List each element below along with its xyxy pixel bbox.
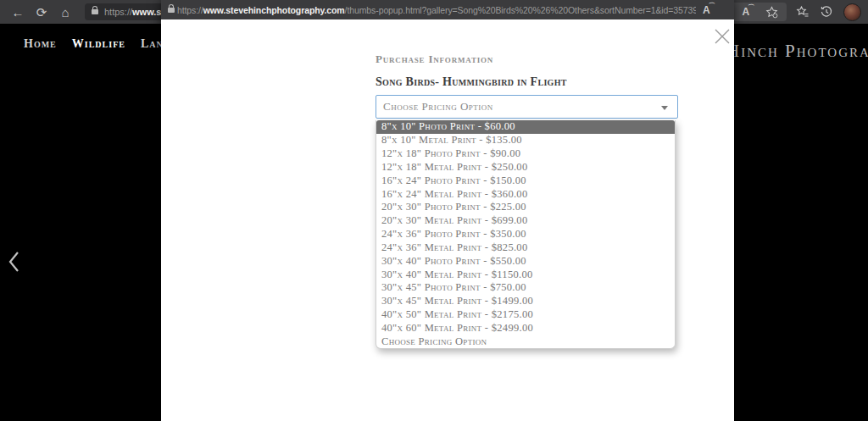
purchase-information-heading: Purchase Information [376, 53, 493, 66]
pricing-option[interactable]: 20"x 30" Photo Print - $225.00 [376, 201, 675, 214]
lock-icon [168, 8, 175, 13]
pricing-option-list: 8"x 10" Photo Print - $60.008"x 10" Meta… [376, 120, 676, 349]
screen: ← ⟳ ⌂ https://www.s A⌒ Home Wildlife [0, 0, 868, 421]
toolbar-right [796, 0, 866, 24]
popup-window: https://www.stevehinchphotography.com/th… [161, 0, 734, 421]
popup-url-scheme: https:// [177, 5, 203, 15]
home-icon[interactable]: ⌂ [54, 0, 76, 24]
address-bar-tail: A⌒ [734, 3, 787, 21]
pricing-option[interactable]: 40"x 60" Metal Print - $2499.00 [376, 321, 675, 335]
pricing-option[interactable]: 30"x 40" Photo Print - $550.00 [376, 254, 675, 268]
read-aloud-icon[interactable]: A⌒ [743, 6, 750, 18]
popup-address-bar[interactable]: https://www.stevehinchphotography.com/th… [161, 0, 734, 19]
nav-item-home[interactable]: Home [24, 37, 57, 51]
main-url: https://www.s [104, 7, 161, 17]
pricing-option[interactable]: 12"x 18" Photo Print - $90.00 [376, 147, 675, 161]
nav-item-wildlife[interactable]: Wildlife [72, 37, 125, 51]
pricing-option[interactable]: 30"x 45" Photo Print - $750.00 [376, 281, 675, 295]
profile-avatar[interactable] [843, 3, 861, 21]
product-title: Song Birds- Hummingbird in Flight [376, 75, 567, 89]
pricing-option[interactable]: 16"x 24" Metal Print - $360.00 [376, 187, 675, 201]
add-favorite-icon[interactable] [765, 6, 778, 19]
pricing-option[interactable]: 30"x 40" Metal Print - $1150.00 [376, 268, 675, 281]
pricing-option[interactable]: 8"x 10" Metal Print - $135.00 [376, 134, 675, 147]
close-icon[interactable] [714, 28, 731, 45]
lock-icon [92, 9, 98, 14]
refresh-icon[interactable]: ⟳ [31, 0, 53, 24]
main-address-bar[interactable]: https://www.s [85, 3, 163, 20]
chevron-down-icon [661, 106, 668, 110]
pricing-option[interactable]: 40"x 50" Metal Print - $2175.00 [376, 308, 675, 322]
pricing-option[interactable]: 30"x 45" Metal Print - $1499.00 [376, 295, 675, 308]
pricing-option[interactable]: 20"x 30" Metal Print - $699.00 [376, 214, 675, 228]
site-title: Hinch Photography [726, 41, 868, 62]
popup-url-domain: www.stevehinchphotography.com [203, 5, 345, 15]
popup-url-path: /thumbs-popup.html?gallery=Song%20Birds%… [345, 5, 696, 15]
pricing-option-select-value: Choose Pricing Option [383, 100, 493, 114]
pricing-option[interactable]: 24"x 36" Metal Print - $825.00 [376, 241, 675, 254]
read-aloud-icon[interactable]: A⌒ [703, 4, 710, 16]
pricing-option[interactable]: 16"x 24" Photo Print - $150.00 [376, 174, 675, 187]
collections-icon[interactable] [796, 5, 810, 19]
pricing-option[interactable]: 8"x 10" Photo Print - $60.00 [376, 120, 675, 134]
pricing-option-select[interactable]: Choose Pricing Option [376, 95, 678, 119]
main-url-scheme: https:// [104, 7, 132, 17]
history-icon[interactable] [820, 5, 833, 19]
popup-url: https://www.stevehinchphotography.com/th… [177, 5, 696, 15]
main-url-domain: www.s [132, 7, 161, 17]
previous-image-arrow-icon[interactable] [7, 251, 20, 273]
pricing-option[interactable]: 12"x 18" Metal Print - $250.00 [376, 160, 675, 174]
pricing-option[interactable]: 24"x 36" Photo Print - $350.00 [376, 228, 675, 241]
pricing-option[interactable]: Choose Pricing Option [376, 335, 675, 348]
back-icon[interactable]: ← [7, 0, 29, 24]
